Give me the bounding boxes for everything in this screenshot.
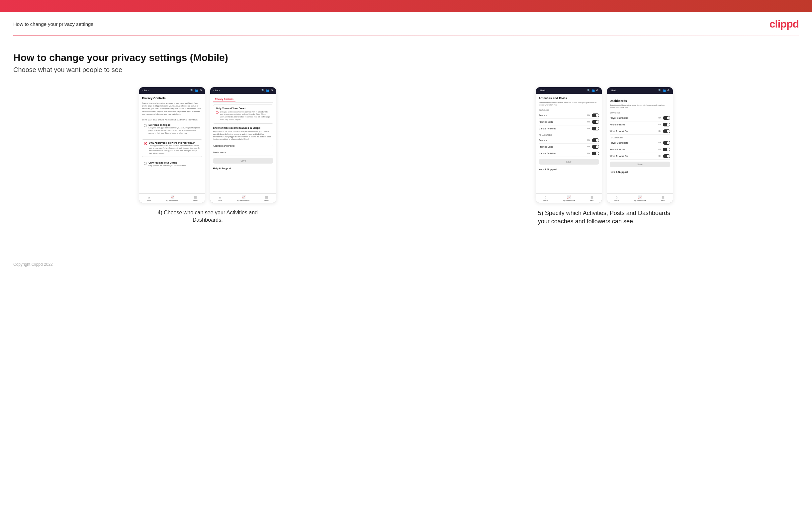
header-icons-4: 🔍 👥 ⚙ (658, 89, 670, 92)
people-icon-3[interactable]: 👥 (592, 89, 595, 92)
radio-everyone[interactable] (144, 124, 147, 127)
nav-home-1[interactable]: ⌂ Home (147, 195, 151, 202)
nav-performance-1[interactable]: 📈 My Performance (166, 195, 179, 202)
bottom-bar-2: ⌂ Home 📈 My Performance ☰ Menu (210, 193, 276, 203)
show-hide-title: Show or hide specific features in Clippd (213, 126, 273, 129)
people-icon[interactable]: 👥 (195, 89, 198, 92)
nav-menu-4[interactable]: ☰ Menu (661, 195, 666, 202)
toggle-rounds-coaches-switch[interactable] (592, 113, 599, 117)
player-dashboard-coaches-label: Player Dashboard (610, 117, 628, 119)
search-icon-4[interactable]: 🔍 (658, 89, 662, 92)
menu-icon-2: ☰ (265, 195, 268, 199)
toggle-manual-right: ON (588, 127, 599, 130)
option-only-you-text: Only You and Your Coach Only you and the… (148, 162, 186, 167)
nav-menu-1[interactable]: ☰ Menu (193, 195, 198, 202)
option-box-only-you: Only You and Your Coach Only you and the… (213, 105, 273, 124)
nav-performance-label-2: My Performance (237, 200, 249, 202)
option-box-radio[interactable] (216, 111, 218, 114)
bottom-bar-1: ⌂ Home 📈 My Performance ☰ Menu (139, 193, 205, 203)
nav-performance-label-3: My Performance (563, 200, 575, 202)
toggle-manual-followers-right: ON (588, 152, 599, 155)
logo: clippd (769, 18, 799, 30)
save-button-2[interactable]: Save (213, 158, 273, 164)
option-approved[interactable]: Only Approved Followers and Your Coach O… (142, 139, 202, 157)
phone-body-1: Privacy Controls Control how and your da… (139, 94, 205, 193)
privacy-controls-desc: Control how and your data appears to eve… (142, 102, 202, 116)
toggle-insights-coaches-right: ON (659, 123, 670, 126)
nav-menu-3[interactable]: ☰ Menu (590, 195, 595, 202)
caption-group-1: 4) Choose who can see your Activities an… (154, 209, 261, 224)
search-icon[interactable]: 🔍 (190, 89, 194, 92)
back-nav-4[interactable]: ‹ Back (610, 89, 617, 92)
coaches-label-3: COACHES (539, 109, 599, 111)
screenshots-row: ‹ Back 🔍 👥 ⚙ Privacy Controls Control ho… (13, 87, 799, 226)
settings-icon[interactable]: ⚙ (199, 89, 202, 92)
option-approved-title: Only Approved Followers and Your Coach (149, 142, 200, 144)
menu-icon-3: ☰ (591, 195, 594, 199)
toggle-rounds-followers: Rounds ON (539, 137, 599, 144)
toggle-player-coaches-right: ON (659, 116, 670, 120)
back-nav-2[interactable]: ‹ Back (213, 89, 220, 92)
toggle-manual-followers: Manual Activities ON (539, 150, 599, 157)
nav-performance-3[interactable]: 📈 My Performance (563, 195, 575, 202)
phone-header-2: ‹ Back 🔍 👥 ⚙ (210, 87, 276, 94)
search-icon-2[interactable]: 🔍 (261, 89, 265, 92)
manual-followers-label: Manual Activities (539, 152, 556, 155)
back-nav-3[interactable]: ‹ Back (539, 89, 546, 92)
toggle-rounds-followers-switch[interactable] (592, 138, 599, 142)
search-icon-3[interactable]: 🔍 (587, 89, 591, 92)
people-icon-4[interactable]: 👥 (663, 89, 666, 92)
toggle-rounds-right: ON (588, 113, 599, 117)
nav-home-label-3: Home (543, 200, 548, 202)
nav-home-3[interactable]: ⌂ Home (543, 195, 548, 202)
nav-chevron-activities: › (273, 144, 274, 147)
toggle-what-to-work-followers: What To Work On ON (610, 153, 670, 160)
toggle-player-coaches-switch[interactable] (663, 116, 670, 120)
toggle-what-to-work-coaches-switch[interactable] (663, 129, 670, 133)
option-everyone[interactable]: Everyone on Clippd Everyone on Clippd ca… (142, 122, 202, 136)
people-icon-2[interactable]: 👥 (266, 89, 269, 92)
nav-menu-2[interactable]: ☰ Menu (264, 195, 269, 202)
settings-icon-3[interactable]: ⚙ (596, 89, 599, 92)
option-everyone-title: Everyone on Clippd (148, 124, 200, 126)
toggle-rounds-followers-right: ON (588, 138, 599, 142)
save-button-4[interactable]: Save (610, 162, 670, 167)
page-subheading: Choose what you want people to see (13, 66, 799, 74)
save-button-3[interactable]: Save (539, 159, 599, 165)
back-chevron-icon-4: ‹ (610, 89, 610, 92)
settings-icon-2[interactable]: ⚙ (270, 89, 273, 92)
nav-home-label-1: Home (147, 200, 151, 202)
option-only-you[interactable]: Only You and Your Coach Only you and the… (142, 160, 202, 169)
toggle-player-followers-switch[interactable] (663, 141, 670, 145)
nav-home-2[interactable]: ⌂ Home (218, 195, 222, 202)
nav-link-activities[interactable]: Activities and Posts › (213, 143, 273, 149)
tab-privacy-controls[interactable]: Privacy Controls (213, 97, 236, 102)
toggle-round-insights-coaches-switch[interactable] (663, 123, 670, 126)
toggle-round-insights-followers-switch[interactable] (663, 148, 670, 151)
practice-followers-label: Practice Drills (539, 146, 553, 148)
toggle-practice-coaches-switch[interactable] (592, 120, 599, 124)
radio-only-you[interactable] (144, 162, 147, 165)
toggle-what-to-work-followers-switch[interactable] (663, 154, 670, 158)
header-icons-3: 🔍 👥 ⚙ (587, 89, 599, 92)
rounds-followers-label: Rounds (539, 139, 547, 142)
toggle-practice-followers-switch[interactable] (592, 145, 599, 149)
nav-link-dashboards[interactable]: Dashboards › (213, 149, 273, 156)
nav-performance-2[interactable]: 📈 My Performance (237, 195, 249, 202)
activities-posts-title: Activities and Posts (539, 97, 599, 100)
nav-performance-4[interactable]: 📈 My Performance (634, 195, 646, 202)
nav-home-4[interactable]: ⌂ Home (614, 195, 619, 202)
toggle-work-coaches-right: ON (659, 129, 670, 133)
help-support-label-4: Help & Support (610, 169, 670, 175)
performance-icon-1: 📈 (170, 195, 174, 199)
settings-icon-4[interactable]: ⚙ (667, 89, 670, 92)
help-support-label-3: Help & Support (539, 167, 599, 172)
screenshot-pair-1: ‹ Back 🔍 👥 ⚙ Privacy Controls Control ho… (13, 87, 402, 203)
toggle-manual-followers-switch[interactable] (592, 152, 599, 155)
header-icons-2: 🔍 👥 ⚙ (261, 89, 273, 92)
dashboards-title: Dashboards (610, 99, 670, 103)
option-everyone-desc: Everyone on Clippd can search for you an… (148, 127, 200, 134)
toggle-manual-coaches-switch[interactable] (592, 127, 599, 130)
back-nav-1[interactable]: ‹ Back (142, 89, 149, 92)
radio-approved[interactable] (144, 142, 147, 145)
